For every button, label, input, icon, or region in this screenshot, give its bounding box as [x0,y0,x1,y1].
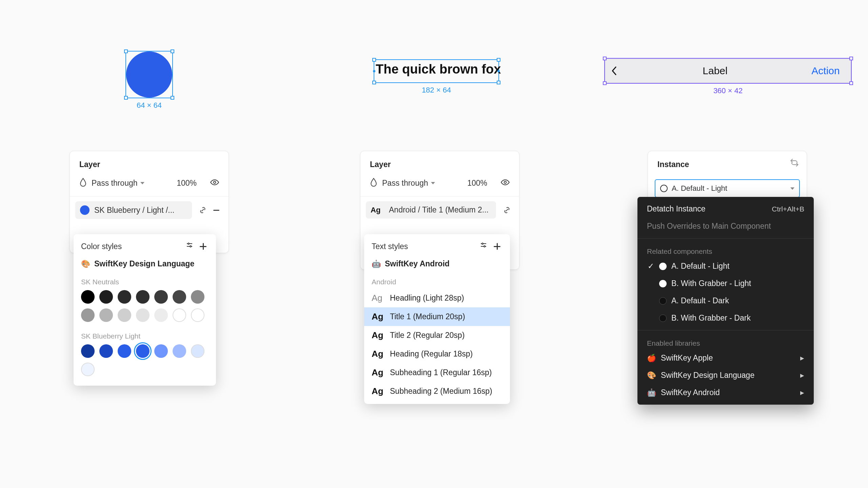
menu-item-label: A. Default - Dark [671,296,729,305]
navbar-component: Label Action [605,59,851,83]
color-swatch[interactable] [154,344,168,358]
text-group-label: Android [364,272,510,289]
text-style-item[interactable]: AgHeadling (Light 28sp) [364,289,510,307]
color-swatch[interactable] [81,308,95,322]
resize-handle[interactable] [603,81,607,85]
remove-fill-icon[interactable] [211,205,222,216]
panel-title: Layer [360,151,519,175]
text-style-item[interactable]: AgTitle 1 (Medium 20sp) [364,307,510,326]
text-style-chip[interactable]: Ag Android / Title 1 (Medium 2... [366,201,496,219]
popover-title: Text styles [372,242,475,251]
text-style-label: Subheading 1 (Regular 16sp) [390,368,492,377]
menu-item-related-component[interactable]: B. With Grabber - Light [637,275,814,292]
blend-mode-select[interactable]: Pass through [382,179,435,188]
text-style-item[interactable]: AgSubheading 2 (Medium 16sp) [364,382,510,401]
reset-overrides-icon[interactable] [790,158,799,169]
swatch-group-label: SK Blueberry Light [74,326,216,343]
shape-selection[interactable]: 64 × 64 [125,51,173,98]
detach-style-icon[interactable] [197,205,208,216]
panel-title: Layer [70,151,229,175]
color-swatch[interactable] [81,363,95,376]
resize-handle[interactable] [497,70,500,73]
blend-drop-icon [79,178,87,188]
color-swatch[interactable] [173,308,186,322]
text-style-item[interactable]: AgSubheading 1 (Regular 16sp) [364,363,510,382]
variant-dot-icon [659,314,667,322]
back-button[interactable] [605,66,624,76]
color-swatch[interactable] [118,344,131,358]
resize-handle[interactable] [372,58,376,62]
color-swatch[interactable] [81,344,95,358]
detach-style-icon[interactable] [501,205,512,216]
color-swatch[interactable] [154,308,168,322]
color-swatch[interactable] [173,290,186,304]
color-swatch[interactable] [99,344,113,358]
resize-handle[interactable] [171,49,174,53]
text-style-item[interactable]: AgTitle 2 (Regular 20sp) [364,326,510,345]
library-row[interactable]: 🤖 SwiftKey Android [364,256,510,272]
resize-handle[interactable] [372,81,376,84]
menu-item-related-component[interactable]: A. Default - Dark [637,292,814,309]
menu-item-label: SwiftKey Apple [661,353,713,363]
svg-point-2 [188,243,189,244]
resize-handle[interactable] [124,96,128,100]
add-style-icon[interactable] [198,241,209,252]
resize-handle[interactable] [497,58,500,62]
filter-icon[interactable] [185,242,194,251]
circle-shape [126,52,172,98]
instance-context-menu: Detatch Instance Ctrl+Alt+B Push Overrid… [637,197,814,405]
resize-handle[interactable] [373,70,375,73]
resize-handle[interactable] [497,81,500,84]
fill-style-chip[interactable]: SK Blueberry / Light /... [75,201,192,219]
menu-item-label: SwiftKey Android [661,388,720,397]
blend-mode-select[interactable]: Pass through [92,179,144,188]
menu-item-library[interactable]: 🤖SwiftKey Android▸ [637,384,814,401]
resize-handle[interactable] [849,81,853,85]
opacity-value[interactable]: 100% [177,179,197,188]
color-swatch[interactable] [136,344,150,358]
text-style-label: Title 2 (Regular 20sp) [390,331,465,340]
library-row[interactable]: 🎨 SwiftKey Design Language [74,256,216,272]
swatch-group-label: SK Neutrals [74,272,216,289]
instance-swap-select[interactable]: A. Default - Light [655,179,800,198]
chevron-right-icon: ▸ [800,371,804,380]
menu-item-label: B. With Grabber - Dark [671,313,751,323]
visibility-toggle[interactable] [210,178,219,188]
menu-item-library[interactable]: 🍎SwiftKey Apple▸ [637,349,814,367]
color-swatch[interactable] [118,308,131,322]
menu-item-related-component[interactable]: B. With Grabber - Dark [637,309,814,327]
resize-handle[interactable] [849,57,853,60]
navbar-action[interactable]: Action [807,65,851,77]
menu-item-related-component[interactable]: ✓A. Default - Light [637,258,814,275]
resize-handle[interactable] [603,57,607,60]
color-swatch[interactable] [191,290,204,304]
variant-dot-icon [659,280,667,287]
color-swatch[interactable] [154,290,168,304]
color-swatch[interactable] [191,344,204,358]
color-swatch[interactable] [118,290,131,304]
color-swatch[interactable] [136,290,150,304]
color-swatch[interactable] [99,290,113,304]
color-swatch[interactable] [191,308,204,322]
text-style-label: Headling (Light 28sp) [390,293,464,303]
selection-dimensions: 360 × 42 [713,86,743,95]
color-swatch[interactable] [81,290,95,304]
chevron-right-icon: ▸ [800,353,804,363]
palette-icon: 🎨 [81,260,90,268]
color-swatch[interactable] [99,308,113,322]
color-swatch[interactable] [136,308,150,322]
resize-handle[interactable] [124,49,128,53]
resize-handle[interactable] [171,96,174,100]
filter-icon[interactable] [479,242,488,251]
popover-title: Color styles [81,242,181,251]
component-selection[interactable]: Label Action 360 × 42 [604,58,852,84]
text-selection[interactable]: The quick brown fox 182 × 64 [374,59,499,83]
opacity-value[interactable]: 100% [467,179,487,188]
text-style-item[interactable]: AgHeading (Regular 18sp) [364,345,510,363]
menu-item-detach-instance[interactable]: Detatch Instance Ctrl+Alt+B [637,200,814,218]
visibility-toggle[interactable] [501,178,510,188]
add-style-icon[interactable] [492,241,502,252]
color-swatch[interactable] [173,344,186,358]
check-icon: ✓ [647,262,654,271]
menu-item-library[interactable]: 🎨SwiftKey Design Language▸ [637,367,814,384]
